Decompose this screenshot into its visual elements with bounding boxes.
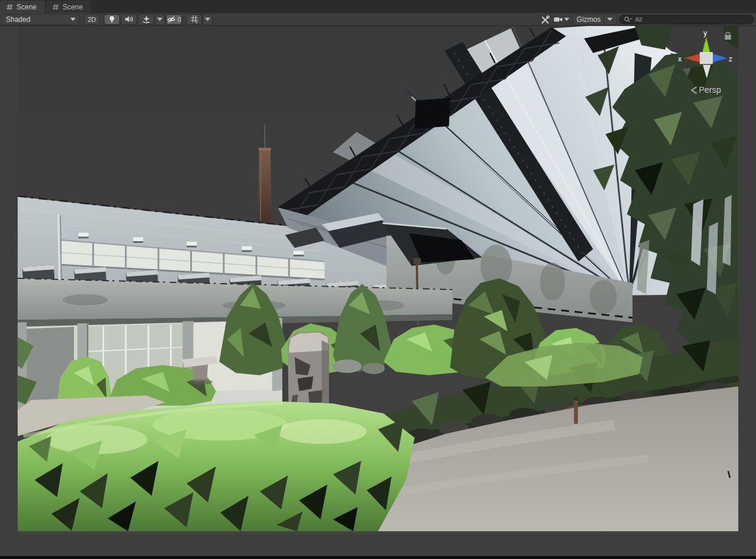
speaker-icon: [125, 15, 133, 23]
grid-axis-icon: Y: [190, 15, 199, 24]
scene-grid-toggle-button[interactable]: Y: [186, 14, 202, 25]
chevron-down-icon: [70, 18, 76, 21]
scene-effects-button[interactable]: [138, 14, 154, 25]
scene-search-field[interactable]: All: [619, 15, 754, 24]
camera-icon: [553, 16, 563, 23]
chevron-down-icon: [205, 18, 210, 21]
scene-audio-button[interactable]: [121, 14, 137, 25]
scene-viewport[interactable]: y x z Persp: [0, 26, 756, 556]
eye-off-icon: [167, 15, 176, 24]
scene-grid-icon: [6, 4, 13, 11]
chevron-down-icon: [157, 18, 162, 21]
tab-label: Scene: [63, 3, 83, 11]
unity-scene-view-window: Scene Scene Shaded 2D: [0, 0, 756, 559]
scene-grid-icon: [52, 4, 59, 11]
toolbar-right-cluster: Gizmos All: [536, 14, 754, 25]
projection-label: Persp: [699, 85, 721, 95]
tab-scene-1[interactable]: Scene: [0, 1, 45, 13]
toggle-2d-button[interactable]: 2D: [84, 14, 100, 25]
front-hedge: [18, 401, 415, 531]
component-tools-button[interactable]: [537, 14, 553, 25]
tools-icon: [540, 15, 550, 24]
scene-lighting-button[interactable]: [104, 14, 120, 25]
chevron-down-icon: [564, 18, 569, 21]
scene-canvas: y x z Persp: [0, 26, 756, 556]
toggle-2d-label: 2D: [87, 16, 96, 23]
draw-mode-label: Shaded: [6, 15, 70, 24]
gizmo-cube[interactable]: [700, 53, 712, 64]
search-value: All: [635, 16, 749, 23]
window-bottom-border: [0, 556, 756, 559]
gizmos-label: Gizmos: [576, 15, 601, 24]
draw-mode-dropdown[interactable]: Shaded: [2, 14, 80, 25]
stone-statue: [288, 332, 329, 405]
scene-visibility-button[interactable]: 0: [166, 14, 182, 25]
tab-scene-2[interactable]: Scene: [46, 1, 91, 13]
axis-x-label: x: [678, 55, 682, 63]
scene-grid-dropdown[interactable]: [203, 14, 213, 25]
axis-z-label: z: [729, 55, 732, 63]
chevron-down-icon: [607, 18, 612, 21]
scene-effects-dropdown[interactable]: [155, 14, 165, 25]
camera-settings-button[interactable]: [553, 14, 570, 25]
axis-y-label: y: [703, 29, 708, 37]
gizmos-dropdown[interactable]: Gizmos: [572, 14, 617, 25]
search-icon: [624, 16, 632, 23]
effects-star-icon: [142, 15, 151, 24]
tab-bar: Scene Scene: [0, 0, 756, 13]
divider: [604, 15, 604, 24]
tab-label: Scene: [17, 3, 37, 11]
scene-toolbar: Shaded 2D: [0, 13, 756, 26]
wooden-post: [574, 399, 578, 424]
lightbulb-icon: [108, 15, 116, 24]
svg-text:Y: Y: [195, 20, 198, 24]
hidden-count: 0: [177, 16, 181, 23]
